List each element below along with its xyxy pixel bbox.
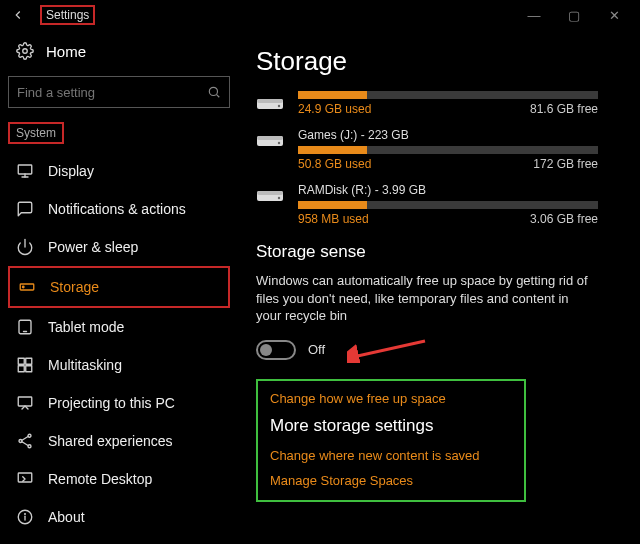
- sidebar-item-multitasking[interactable]: Multitasking: [8, 346, 230, 384]
- storage-sense-description: Windows can automatically free up space …: [256, 272, 596, 325]
- sidebar-item-display[interactable]: Display: [8, 152, 230, 190]
- drive-title: RAMDisk (R:) - 3.99 GB: [298, 183, 624, 197]
- home-label: Home: [46, 43, 86, 60]
- sidebar-item-tablet-mode[interactable]: Tablet mode: [8, 308, 230, 346]
- remote-icon: [16, 470, 34, 488]
- drive-icon: [256, 130, 284, 150]
- svg-rect-32: [257, 191, 283, 195]
- sidebar-item-power-sleep[interactable]: Power & sleep: [8, 228, 230, 266]
- display-icon: [16, 162, 34, 180]
- drive-row[interactable]: 24.9 GB used81.6 GB free: [256, 91, 624, 116]
- svg-line-20: [22, 442, 28, 446]
- close-button[interactable]: ✕: [594, 0, 634, 30]
- sidebar-item-remote-desktop[interactable]: Remote Desktop: [8, 460, 230, 498]
- svg-point-1: [209, 87, 217, 95]
- home-button[interactable]: Home: [8, 36, 230, 66]
- svg-point-0: [23, 49, 28, 54]
- sidebar-item-label: Tablet mode: [48, 319, 124, 335]
- svg-point-24: [25, 514, 26, 515]
- sidebar-item-about[interactable]: About: [8, 498, 230, 536]
- power-icon: [16, 238, 34, 256]
- sidebar-item-label: Storage: [50, 279, 99, 295]
- svg-rect-21: [18, 473, 32, 482]
- usage-bar: [298, 146, 598, 154]
- drive-free: 172 GB free: [533, 157, 598, 171]
- svg-rect-13: [18, 366, 24, 372]
- sidebar-item-label: Remote Desktop: [48, 471, 152, 487]
- svg-line-19: [22, 437, 28, 441]
- chat-icon: [16, 200, 34, 218]
- sidebar-item-notifications-actions[interactable]: Notifications & actions: [8, 190, 230, 228]
- minimize-button[interactable]: —: [514, 0, 554, 30]
- change-free-up-link[interactable]: Change how we free up space: [270, 391, 512, 406]
- content-pane: Storage 24.9 GB used81.6 GB freeGames (J…: [238, 30, 640, 544]
- highlighted-section: Change how we free up space More storage…: [256, 379, 526, 502]
- sidebar-item-label: Power & sleep: [48, 239, 138, 255]
- sidebar-item-label: Display: [48, 163, 94, 179]
- arrow-left-icon: [11, 8, 25, 22]
- share-icon: [16, 432, 34, 450]
- sidebar: Home System DisplayNotifications & actio…: [0, 30, 238, 544]
- sidebar-item-storage[interactable]: Storage: [8, 266, 230, 308]
- annotation-arrow-icon: [347, 337, 427, 363]
- drive-row[interactable]: Games (J:) - 223 GB50.8 GB used172 GB fr…: [256, 128, 624, 171]
- svg-rect-29: [257, 136, 283, 140]
- drive-title: Games (J:) - 223 GB: [298, 128, 624, 142]
- sidebar-item-label: About: [48, 509, 85, 525]
- storage-icon: [18, 278, 36, 296]
- svg-line-2: [217, 95, 220, 98]
- drive-free: 81.6 GB free: [530, 102, 598, 116]
- svg-point-27: [278, 105, 280, 107]
- page-title: Storage: [256, 46, 624, 77]
- drive-icon: [256, 185, 284, 205]
- drive-icon: [256, 93, 284, 113]
- usage-bar: [298, 201, 598, 209]
- svg-point-30: [278, 142, 280, 144]
- project-icon: [16, 394, 34, 412]
- sidebar-item-label: Projecting to this PC: [48, 395, 175, 411]
- toggle-label: Off: [308, 342, 325, 357]
- gear-icon: [16, 42, 34, 60]
- change-where-link[interactable]: Change where new content is saved: [270, 448, 512, 463]
- search-input[interactable]: [8, 76, 230, 108]
- multitask-icon: [16, 356, 34, 374]
- drive-used: 50.8 GB used: [298, 157, 371, 171]
- sidebar-item-shared-experiences[interactable]: Shared experiences: [8, 422, 230, 460]
- window-title: Settings: [40, 5, 95, 25]
- svg-rect-12: [26, 358, 32, 364]
- drive-used: 24.9 GB used: [298, 102, 371, 116]
- maximize-button[interactable]: ▢: [554, 0, 594, 30]
- tablet-icon: [16, 318, 34, 336]
- storage-sense-toggle[interactable]: [256, 340, 296, 360]
- storage-sense-heading: Storage sense: [256, 242, 624, 262]
- search-field[interactable]: [17, 85, 207, 100]
- usage-bar: [298, 91, 598, 99]
- drive-free: 3.06 GB free: [530, 212, 598, 226]
- svg-point-33: [278, 197, 280, 199]
- titlebar: Settings — ▢ ✕: [0, 0, 640, 30]
- sidebar-item-label: Shared experiences: [48, 433, 173, 449]
- section-label: System: [8, 122, 64, 144]
- search-icon: [207, 85, 221, 99]
- info-icon: [16, 508, 34, 526]
- svg-line-34: [353, 341, 425, 357]
- svg-point-8: [23, 286, 25, 288]
- drive-row[interactable]: RAMDisk (R:) - 3.99 GB958 MB used3.06 GB…: [256, 183, 624, 226]
- manage-spaces-link[interactable]: Manage Storage Spaces: [270, 473, 512, 488]
- drive-used: 958 MB used: [298, 212, 369, 226]
- more-storage-heading: More storage settings: [270, 416, 512, 436]
- svg-rect-3: [18, 165, 32, 174]
- back-button[interactable]: [6, 3, 30, 27]
- sidebar-item-projecting-to-this-pc[interactable]: Projecting to this PC: [8, 384, 230, 422]
- sidebar-item-label: Notifications & actions: [48, 201, 186, 217]
- svg-rect-15: [18, 397, 32, 406]
- svg-rect-26: [257, 99, 283, 103]
- svg-rect-11: [18, 358, 24, 364]
- sidebar-item-label: Multitasking: [48, 357, 122, 373]
- svg-rect-14: [26, 366, 32, 372]
